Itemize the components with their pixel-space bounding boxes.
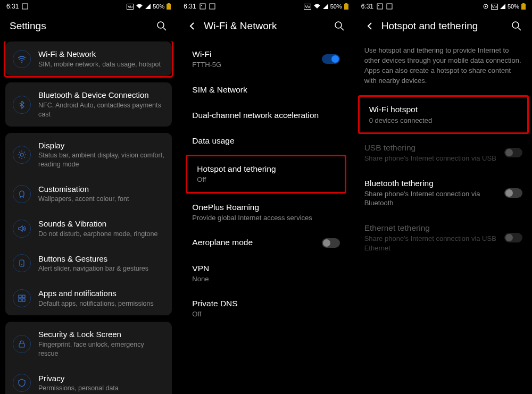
svg-rect-26 [345, 3, 347, 4]
display-icon [13, 146, 31, 164]
status-bar: 6:31 Vo 50% [177, 0, 354, 13]
item-title: Data usage [192, 136, 339, 146]
item-title: Wi-Fi & Network [38, 49, 164, 60]
status-bar: 6:31 Vo 50% [355, 0, 532, 13]
item-wifi-hotspot[interactable]: Wi-Fi hotspot 0 devices connected [360, 97, 527, 132]
search-icon[interactable] [334, 21, 345, 31]
bluetooth-tethering-toggle[interactable] [504, 188, 522, 198]
customisation-icon [13, 185, 31, 203]
svg-point-16 [21, 264, 22, 265]
settings-item-display[interactable]: Display Status bar, ambient display, vis… [5, 133, 172, 177]
item-title: Dual-channel network acceleration [192, 110, 339, 121]
settings-item-security[interactable]: Security & Lock Screen Fingerprint, face… [5, 322, 172, 365]
item-title: Private DNS [192, 298, 339, 309]
aeroplane-toggle[interactable] [322, 238, 340, 248]
item-aeroplane-mode[interactable]: Aeroplane mode [182, 230, 349, 255]
item-bluetooth-tethering[interactable]: Bluetooth tethering Share phone's Intern… [355, 171, 532, 215]
svg-line-11 [19, 152, 20, 153]
svg-rect-25 [344, 4, 348, 10]
settings-item-bluetooth[interactable]: Bluetooth & Device Connection NFC, Andro… [5, 82, 172, 126]
svg-rect-18 [22, 295, 25, 298]
svg-rect-15 [20, 260, 24, 266]
svg-point-6 [20, 153, 23, 156]
hotspot-status-icon [483, 3, 489, 10]
page-title: Wi-Fi & Network [204, 20, 333, 32]
item-data-usage[interactable]: Data usage [182, 128, 349, 154]
settings-item-privacy[interactable]: Privacy Permissions, personal data [5, 366, 172, 394]
privacy-icon [13, 374, 31, 392]
header: Hotspot and tethering [355, 13, 532, 41]
item-title: Wi-Fi [192, 49, 321, 60]
item-sim-network[interactable]: SIM & Network [182, 77, 349, 103]
status-time: 6:31 [361, 3, 373, 10]
settings-item-sounds[interactable]: Sounds & Vibration Do not disturb, earph… [5, 211, 172, 246]
item-sub: Share phone's Internet connection via Bl… [364, 189, 504, 208]
svg-line-14 [24, 152, 25, 153]
item-sub: Wallpapers, accent colour, font [38, 195, 164, 204]
item-wifi[interactable]: Wi-Fi FTTH-5G [182, 41, 349, 77]
item-oneplus-roaming[interactable]: OnePlus Roaming Provide global Internet … [182, 195, 349, 230]
settings-item-customisation[interactable]: Customisation Wallpapers, accent colour,… [5, 177, 172, 211]
volte-icon: Vo [127, 4, 134, 10]
item-sub: Default apps, notifications, permissions [38, 299, 164, 308]
item-vpn[interactable]: VPN None [182, 256, 349, 291]
back-icon[interactable] [187, 21, 197, 31]
item-dual-channel[interactable]: Dual-channel network acceleration [182, 103, 349, 128]
svg-point-32 [485, 6, 486, 7]
svg-rect-17 [19, 295, 21, 298]
item-title: Privacy [38, 373, 164, 384]
battery-icon [167, 3, 171, 10]
svg-rect-31 [387, 4, 392, 9]
svg-rect-20 [22, 299, 25, 301]
item-title: Wi-Fi hotspot [369, 104, 518, 115]
status-bar: 6:31 Vo 50% [0, 0, 177, 13]
settings-item-apps[interactable]: Apps and notifications Default apps, not… [5, 281, 172, 315]
search-icon[interactable] [156, 21, 168, 31]
item-private-dns[interactable]: Private DNS Off [182, 291, 349, 326]
settings-list: Wi-Fi & Network SIM, mobile network, dat… [0, 41, 177, 394]
wifi-icon [13, 50, 31, 68]
description-text: Use hotspot and tethering to provide Int… [355, 41, 532, 94]
settings-item-wifi-network[interactable]: Wi-Fi & Network SIM, mobile network, dat… [5, 41, 172, 76]
svg-rect-35 [522, 3, 525, 4]
item-hotspot-tethering[interactable]: Hotspot and tethering Off [187, 156, 344, 192]
battery-percent: 50% [330, 3, 342, 10]
screen-wifi-network: 6:31 Vo 50% Wi-Fi & Network Wi-Fi FTTH-5… [177, 0, 354, 394]
search-icon[interactable] [511, 21, 522, 31]
item-title: Sounds & Vibration [38, 219, 164, 229]
item-sub: Off [197, 175, 335, 185]
item-title: Display [38, 140, 164, 151]
back-icon[interactable] [364, 21, 375, 31]
item-sub: Off [192, 309, 339, 319]
item-sub: NFC, Android Auto, contactless payments … [38, 101, 164, 119]
image-icon [377, 3, 383, 10]
item-sub: Permissions, personal data [38, 384, 164, 393]
hotspot-list: Use hotspot and tethering to provide Int… [355, 41, 532, 394]
item-title: Bluetooth tethering [364, 178, 504, 189]
volte-icon: Vo [491, 4, 498, 10]
svg-rect-2 [168, 3, 170, 4]
item-title: Customisation [38, 184, 164, 195]
item-sub: Fingerprint, face unlock, emergency resc… [38, 340, 164, 358]
highlight-box: Hotspot and tethering Off [186, 155, 346, 194]
screen-settings: 6:31 Vo 50% Settings Wi-Fi & Network [0, 0, 177, 394]
item-sub: SIM, mobile network, data usage, hotspot [38, 60, 164, 69]
svg-line-13 [19, 157, 20, 158]
svg-line-4 [163, 28, 166, 30]
svg-point-3 [157, 22, 164, 28]
usb-tethering-toggle [504, 148, 522, 157]
svg-rect-29 [377, 4, 383, 9]
item-sub: 0 devices connected [369, 116, 518, 125]
page-title: Hotspot and tethering [381, 20, 511, 32]
highlight-box: Wi-Fi hotspot 0 devices connected [358, 95, 529, 134]
screenshot-icon [22, 3, 28, 10]
item-sub: Status bar, ambient display, vision comf… [38, 151, 164, 169]
svg-line-37 [518, 28, 521, 30]
item-sub: Share phone's Internet connection via US… [364, 234, 504, 253]
item-title: Apps and notifications [38, 288, 164, 299]
item-title: Security & Lock Screen [38, 329, 164, 340]
bluetooth-icon [13, 96, 31, 114]
svg-rect-22 [200, 4, 205, 9]
wifi-toggle[interactable] [322, 54, 340, 64]
settings-item-buttons[interactable]: Buttons & Gestures Alert slider, navigat… [5, 246, 172, 281]
